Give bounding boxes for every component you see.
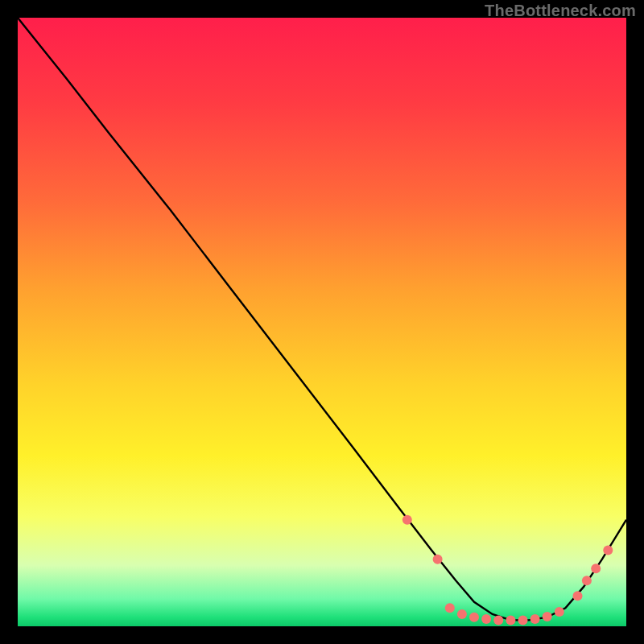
highlight-dot <box>555 607 564 617</box>
chart-stage: TheBottleneck.com <box>0 0 644 644</box>
highlight-dot <box>573 591 583 601</box>
highlight-dot <box>457 609 467 619</box>
highlight-dot <box>493 615 503 625</box>
highlight-dot <box>582 576 592 585</box>
highlight-dot <box>402 515 412 525</box>
highlight-dot <box>591 564 601 573</box>
chart-background <box>18 18 626 626</box>
highlight-dot <box>433 555 443 564</box>
highlight-dot <box>469 613 479 622</box>
highlight-dot <box>481 614 491 624</box>
highlight-dot <box>543 612 552 621</box>
highlight-dot <box>506 615 515 625</box>
highlight-dot <box>445 603 455 613</box>
highlight-dot <box>530 614 540 624</box>
highlight-dot <box>603 546 613 555</box>
highlight-dot <box>518 615 528 625</box>
chart-plot <box>18 18 626 626</box>
